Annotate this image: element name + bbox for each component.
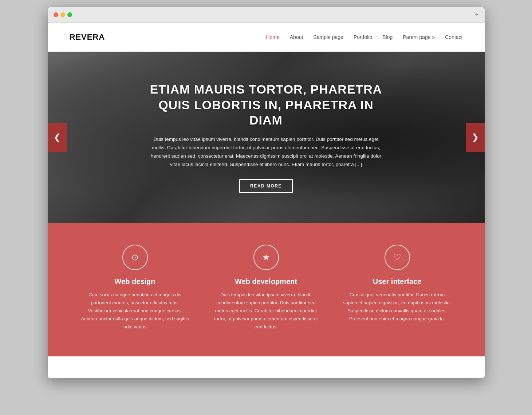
browser-window: + REVERA Home About Sample page Portfoli… <box>48 7 485 378</box>
nav-portfolio[interactable]: Portfolio <box>354 34 372 40</box>
site-nav: Home About Sample page Portfolio Blog Pa… <box>266 34 462 40</box>
heart-icon: ♡ <box>393 252 401 262</box>
feature-web-development: ★ Web development Duis tempus leo vitae … <box>201 245 332 331</box>
hero-next-button[interactable]: ❯ <box>466 123 485 152</box>
feature-user-interface: ♡ User interface Cras aliquet venenatis … <box>332 245 463 331</box>
chevron-right-icon: ❯ <box>472 132 479 142</box>
web-development-icon: ★ <box>253 245 279 270</box>
hero-prev-button[interactable]: ❮ <box>48 123 67 152</box>
browser-dots <box>54 12 72 17</box>
hero-description: Duis tempus leo vitae ipsum viverra, bla… <box>150 135 383 169</box>
nav-contact[interactable]: Contact <box>445 34 462 40</box>
browser-chrome: + <box>48 7 485 23</box>
nav-about[interactable]: About <box>290 34 303 40</box>
user-interface-desc: Cras aliquet venenatis porttitor. Donec … <box>343 291 452 323</box>
web-design-desc: Cum sociis natoque penatibus et magnis d… <box>80 291 190 331</box>
hero-title: ETIAM MAURIS TORTOR, PHARETRA QUIS LOBOR… <box>150 82 383 128</box>
footer-spacer <box>48 356 485 378</box>
nav-parent[interactable]: Parent page » <box>403 34 435 40</box>
user-interface-icon: ♡ <box>385 245 410 270</box>
web-design-icon: ⊙ <box>122 245 148 270</box>
star-icon: ★ <box>262 252 270 262</box>
site-header: REVERA Home About Sample page Portfolio … <box>48 23 485 52</box>
hero-section: ❮ ETIAM MAURIS TORTOR, PHARETRA QUIS LOB… <box>48 52 485 223</box>
close-dot[interactable] <box>54 12 58 17</box>
new-tab-button[interactable]: + <box>475 11 479 19</box>
web-development-desc: Duis tempus leo vitae ipsum viverra, bla… <box>212 291 321 331</box>
user-interface-title: User interface <box>343 277 452 286</box>
maximize-dot[interactable] <box>67 12 72 17</box>
feature-web-design: ⊙ Web design Cum sociis natoque penatibu… <box>70 245 201 331</box>
hero-content: ETIAM MAURIS TORTOR, PHARETRA QUIS LOBOR… <box>135 82 397 193</box>
web-development-title: Web development <box>212 277 321 286</box>
minimize-dot[interactable] <box>60 12 65 17</box>
site-logo: REVERA <box>70 32 105 42</box>
nav-home[interactable]: Home <box>266 34 279 40</box>
filter-icon: ⊙ <box>131 252 139 262</box>
features-section: ⊙ Web design Cum sociis natoque penatibu… <box>48 223 485 356</box>
nav-sample[interactable]: Sample page <box>313 34 343 40</box>
chevron-left-icon: ❮ <box>54 132 61 142</box>
read-more-button[interactable]: READ MORE <box>239 179 293 193</box>
web-design-title: Web design <box>80 277 190 286</box>
nav-blog[interactable]: Blog <box>382 34 393 40</box>
